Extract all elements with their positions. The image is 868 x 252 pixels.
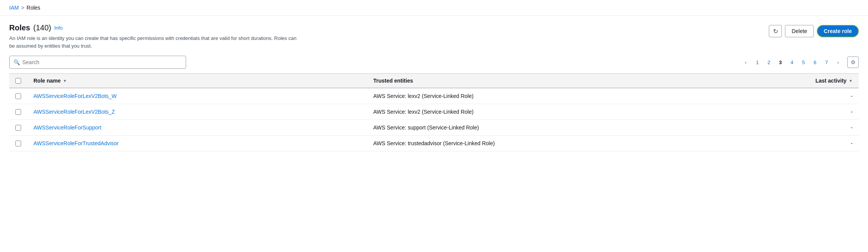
- header-left: Roles (140) Info An IAM role is an ident…: [9, 23, 298, 50]
- th-checkbox: [9, 74, 27, 88]
- row-last-activity-cell: -: [782, 104, 859, 120]
- select-all-checkbox[interactable]: [15, 78, 21, 84]
- role-name-link[interactable]: AWSServiceRoleForTrustedAdvisor: [33, 140, 118, 146]
- last-activity-sort-icon[interactable]: ▼: [849, 79, 853, 83]
- page-title: Roles: [9, 23, 30, 32]
- trusted-entities-value: AWS Service: trustedadvisor (Service-Lin…: [373, 140, 495, 146]
- table-row: AWSServiceRoleForTrustedAdvisor AWS Serv…: [9, 136, 859, 151]
- last-activity-value: -: [851, 93, 853, 99]
- breadcrumb-current: Roles: [27, 5, 40, 11]
- row-trusted-entities-cell: AWS Service: lexv2 (Service-Linked Role): [367, 104, 782, 120]
- row-last-activity-cell: -: [782, 88, 859, 104]
- delete-button[interactable]: Delete: [785, 25, 813, 37]
- row-last-activity-cell: -: [782, 136, 859, 151]
- refresh-button[interactable]: ↻: [769, 25, 782, 37]
- header-row: Roles (140) Info An IAM role is an ident…: [9, 23, 859, 50]
- pagination-page-4[interactable]: 4: [787, 57, 797, 68]
- header-actions: ↻ Delete Create role: [769, 23, 859, 37]
- pagination: ‹ 1 2 3 4 5 6 7 › ⚙: [740, 56, 859, 68]
- last-activity-value: -: [851, 109, 853, 115]
- row-role-name-cell: AWSServiceRoleForSupport: [27, 120, 367, 136]
- row-checkbox[interactable]: [15, 109, 21, 115]
- search-box: 🔍: [9, 56, 186, 69]
- th-role-name: Role name ▼: [27, 74, 367, 88]
- row-checkbox-cell: [9, 120, 27, 136]
- pagination-page-5[interactable]: 5: [798, 57, 809, 68]
- table-row: AWSServiceRoleForLexV2Bots_W AWS Service…: [9, 88, 859, 104]
- th-last-activity-label: Last activity: [815, 78, 846, 84]
- page-container: Roles (140) Info An IAM role is an ident…: [0, 16, 868, 159]
- row-checkbox[interactable]: [15, 93, 21, 99]
- row-role-name-cell: AWSServiceRoleForLexV2Bots_W: [27, 88, 367, 104]
- breadcrumb-separator: >: [21, 5, 24, 11]
- roles-table: Role name ▼ Trusted entities Last activi…: [9, 73, 859, 151]
- row-checkbox-cell: [9, 104, 27, 120]
- search-icon: 🔍: [13, 59, 20, 65]
- th-role-name-label: Role name: [33, 78, 61, 84]
- row-role-name-cell: AWSServiceRoleForTrustedAdvisor: [27, 136, 367, 151]
- role-name-link[interactable]: AWSServiceRoleForSupport: [33, 124, 101, 131]
- trusted-entities-value: AWS Service: lexv2 (Service-Linked Role): [373, 93, 474, 99]
- table-header-row: Role name ▼ Trusted entities Last activi…: [9, 74, 859, 88]
- row-trusted-entities-cell: AWS Service: lexv2 (Service-Linked Role): [367, 88, 782, 104]
- create-role-button[interactable]: Create role: [817, 25, 859, 37]
- pagination-page-7[interactable]: 7: [821, 57, 832, 68]
- table-body: AWSServiceRoleForLexV2Bots_W AWS Service…: [9, 88, 859, 151]
- row-trusted-entities-cell: AWS Service: trustedadvisor (Service-Lin…: [367, 136, 782, 151]
- info-link[interactable]: Info: [54, 25, 63, 31]
- role-name-link[interactable]: AWSServiceRoleForLexV2Bots_Z: [33, 109, 115, 115]
- settings-icon: ⚙: [851, 59, 856, 65]
- row-trusted-entities-cell: AWS Service: support (Service-Linked Rol…: [367, 120, 782, 136]
- description-text: An IAM role is an identity you can creat…: [9, 35, 298, 50]
- row-last-activity-cell: -: [782, 120, 859, 136]
- pagination-page-2[interactable]: 2: [763, 57, 774, 68]
- th-last-activity: Last activity ▼: [782, 74, 859, 88]
- row-checkbox-cell: [9, 136, 27, 151]
- breadcrumb-iam-link[interactable]: IAM: [9, 5, 19, 11]
- pagination-prev[interactable]: ‹: [740, 57, 751, 68]
- last-activity-value: -: [851, 140, 853, 146]
- row-checkbox[interactable]: [15, 125, 21, 131]
- row-checkbox-cell: [9, 88, 27, 104]
- pagination-page-6[interactable]: 6: [810, 57, 820, 68]
- pagination-page-3[interactable]: 3: [775, 57, 786, 68]
- search-pagination-row: 🔍 ‹ 1 2 3 4 5 6 7 › ⚙: [9, 56, 859, 73]
- pagination-next[interactable]: ›: [833, 57, 843, 68]
- role-name-link[interactable]: AWSServiceRoleForLexV2Bots_W: [33, 93, 117, 99]
- trusted-entities-value: AWS Service: lexv2 (Service-Linked Role): [373, 109, 474, 115]
- table-row: AWSServiceRoleForSupport AWS Service: su…: [9, 120, 859, 136]
- row-role-name-cell: AWSServiceRoleForLexV2Bots_Z: [27, 104, 367, 120]
- last-activity-value: -: [851, 124, 853, 131]
- table-row: AWSServiceRoleForLexV2Bots_Z AWS Service…: [9, 104, 859, 120]
- header-title-row: Roles (140) Info: [9, 23, 298, 32]
- pagination-settings-button[interactable]: ⚙: [847, 56, 859, 68]
- trusted-entities-value: AWS Service: support (Service-Linked Rol…: [373, 124, 479, 131]
- row-checkbox[interactable]: [15, 141, 21, 146]
- role-name-sort-icon[interactable]: ▼: [63, 79, 67, 83]
- breadcrumb: IAM > Roles: [0, 0, 868, 16]
- search-input[interactable]: [22, 59, 182, 65]
- pagination-page-1[interactable]: 1: [752, 57, 763, 68]
- roles-count: (140): [33, 23, 51, 32]
- th-trusted-entities-label: Trusted entities: [373, 78, 413, 84]
- th-trusted-entities: Trusted entities: [367, 74, 782, 88]
